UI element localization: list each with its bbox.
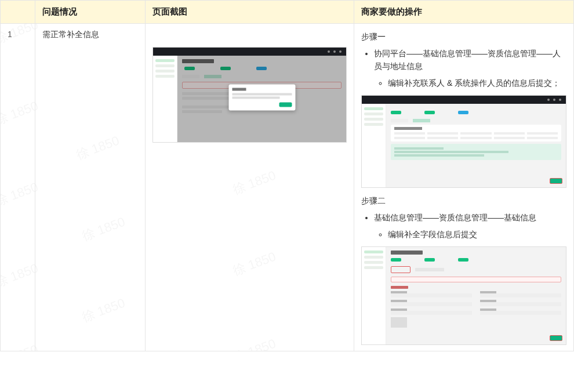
screenshot-c — [361, 246, 566, 345]
instructions-table: 问题情况 页面截图 商家要做的操作 1 需正常补全信息 — [0, 0, 574, 351]
table-header-row: 问题情况 页面截图 商家要做的操作 — [1, 1, 574, 24]
row-operations-cell: 步骤一 协同平台——基础信息管理——资质信息管理——人员与地址信息 编辑补充联系… — [354, 24, 574, 351]
row-index: 1 — [1, 24, 35, 351]
step2-sublist: 编辑补全字段信息后提交 — [374, 228, 566, 241]
step2-list: 基础信息管理——资质信息管理——基础信息 编辑补全字段信息后提交 — [361, 211, 566, 241]
step2-title: 步骤二 — [361, 196, 566, 206]
step2-sub: 编辑补全字段信息后提交 — [388, 228, 566, 241]
step1-sub: 编辑补充联系人 & 系统操作人员的信息后提交； — [388, 77, 566, 89]
step1-bullet-text: 协同平台——基础信息管理——资质信息管理——人员与地址信息 — [374, 49, 561, 71]
step2-bullet: 基础信息管理——资质信息管理——基础信息 编辑补全字段信息后提交 — [374, 211, 566, 241]
row-issue: 需正常补全信息 — [35, 24, 146, 351]
th-index — [1, 1, 35, 24]
step1-sublist: 编辑补充联系人 & 系统操作人员的信息后提交； — [374, 77, 566, 89]
row-screenshot-cell — [146, 24, 354, 351]
screenshot-b — [361, 95, 566, 188]
table-row: 1 需正常补全信息 — [1, 24, 574, 351]
th-issue: 问题情况 — [35, 1, 146, 24]
step1-title: 步骤一 — [361, 32, 566, 42]
step1-list: 协同平台——基础信息管理——资质信息管理——人员与地址信息 编辑补充联系人 & … — [361, 47, 566, 89]
step2-bullet-text: 基础信息管理——资质信息管理——基础信息 — [374, 213, 536, 222]
screenshot-a — [152, 47, 347, 143]
th-operations: 商家要做的操作 — [354, 1, 574, 24]
th-screenshot: 页面截图 — [146, 1, 354, 24]
step1-bullet: 协同平台——基础信息管理——资质信息管理——人员与地址信息 编辑补充联系人 & … — [374, 47, 566, 89]
